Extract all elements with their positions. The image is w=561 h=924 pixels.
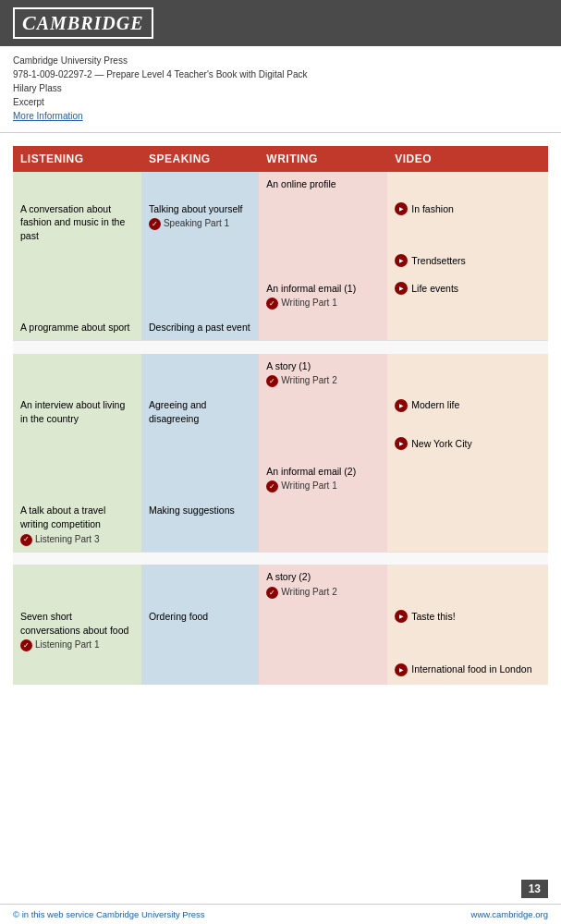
listen-cell: [13, 657, 141, 685]
video-cell: In fashion: [387, 197, 548, 249]
doc-type: Excerpt: [13, 95, 548, 109]
video-cell: [387, 498, 548, 552]
listen-cell: [13, 459, 141, 499]
check-icon: [266, 480, 278, 492]
speak-cell: [141, 459, 259, 499]
check-icon: [266, 375, 278, 387]
speak-cell: Ordering food: [141, 604, 259, 657]
listen-cell: [13, 172, 141, 197]
author: Hilary Plass: [13, 81, 548, 95]
write-cell: An online profile: [259, 172, 387, 197]
video-cell: Taste this!: [387, 604, 548, 657]
write-cell: An informal email (1) Writing Part 1: [259, 276, 387, 316]
play-icon: [395, 663, 408, 676]
header-divider: [0, 132, 561, 133]
listen-cell: [13, 354, 141, 394]
listening-part-label: Listening Part 1: [20, 638, 134, 651]
header: CAMBRIDGE Cambridge University Press 978…: [0, 0, 561, 133]
cambridge-logo: CAMBRIDGE: [13, 7, 153, 39]
table-row: A story (2) Writing Part 2: [13, 565, 548, 604]
video-cell: [387, 172, 548, 197]
table-row: International food in London: [13, 657, 548, 685]
speak-cell: Agreeing and disagreeing: [141, 393, 259, 431]
footer: © in this web service Cambridge Universi…: [0, 904, 561, 924]
video-cell: Trendsetters: [387, 249, 548, 276]
speak-cell: Making suggestions: [141, 498, 259, 552]
section-separator: [13, 341, 548, 354]
table-row: New York City: [13, 432, 548, 459]
content-table: LISTENING SPEAKING WRITING VIDEO An onli…: [13, 146, 548, 685]
content-table-container: LISTENING SPEAKING WRITING VIDEO An onli…: [0, 139, 561, 692]
isbn: 978-1-009-02297-2 — Prepare Level 4 Teac…: [13, 67, 548, 81]
listen-cell: A programme about sport: [13, 315, 141, 340]
listen-cell: An interview about living in the country: [13, 393, 141, 431]
write-cell: [259, 498, 387, 552]
table-header-row: LISTENING SPEAKING WRITING VIDEO: [13, 146, 548, 172]
table-row: An informal email (1) Writing Part 1 Lif…: [13, 276, 548, 316]
listening-part-label: Listening Part 3: [20, 533, 134, 546]
listen-cell: [13, 276, 141, 316]
video-badge: In fashion: [395, 202, 454, 216]
video-badge: New York City: [395, 437, 471, 451]
listen-cell: A conversation about fashion and music i…: [13, 197, 141, 249]
table-row: An interview about living in the country…: [13, 393, 548, 431]
more-info-link[interactable]: More Information: [13, 111, 83, 121]
listen-cell: A talk about a travel writing competitio…: [13, 498, 141, 552]
writing-part-label: Writing Part 1: [266, 297, 380, 310]
video-badge: Life events: [395, 282, 458, 296]
check-icon: [149, 218, 161, 230]
table-row: A programme about sport Describing a pas…: [13, 315, 548, 340]
video-badge: Modern life: [395, 398, 459, 412]
table-row: An informal email (2) Writing Part 1: [13, 459, 548, 499]
col-header-video: VIDEO: [387, 146, 548, 172]
check-icon: [266, 587, 278, 599]
meta-info: Cambridge University Press 978-1-009-022…: [0, 46, 561, 127]
logo-bar: CAMBRIDGE: [0, 0, 561, 46]
write-cell: [259, 657, 387, 685]
video-cell: [387, 565, 548, 604]
listen-cell: [13, 565, 141, 604]
speak-cell: [141, 249, 259, 276]
video-cell: Life events: [387, 276, 548, 316]
speak-cell: [141, 657, 259, 685]
table-row: A talk about a travel writing competitio…: [13, 498, 548, 552]
video-cell: International food in London: [387, 657, 548, 685]
speak-cell: [141, 565, 259, 604]
table-row: A story (1) Writing Part 2: [13, 354, 548, 394]
write-cell: An informal email (2) Writing Part 1: [259, 459, 387, 499]
table-row: Trendsetters: [13, 249, 548, 276]
speak-cell: Describing a past event: [141, 315, 259, 340]
video-badge: International food in London: [395, 663, 531, 676]
write-cell: [259, 197, 387, 249]
video-cell: [387, 354, 548, 394]
table-row: A conversation about fashion and music i…: [13, 197, 548, 249]
table-row: Seven short conversations about food Lis…: [13, 604, 548, 657]
video-badge: Taste this!: [395, 610, 455, 624]
play-icon: [395, 282, 408, 295]
publisher: Cambridge University Press: [13, 54, 548, 67]
video-badge: Trendsetters: [395, 254, 466, 268]
video-cell: Modern life: [387, 393, 548, 431]
play-icon: [395, 202, 408, 215]
speak-cell: Talking about yourself Speaking Part 1: [141, 197, 259, 249]
speaking-part-label: Speaking Part 1: [149, 217, 251, 230]
footer-left-link[interactable]: © in this web service Cambridge Universi…: [13, 909, 205, 919]
video-cell: [387, 459, 548, 499]
col-header-writing: WRITING: [259, 146, 387, 172]
play-icon: [395, 254, 408, 267]
check-icon: [20, 639, 32, 651]
speak-cell: [141, 276, 259, 316]
check-icon: [20, 534, 32, 546]
speak-cell: [141, 172, 259, 197]
speak-cell: [141, 432, 259, 459]
video-cell: New York City: [387, 432, 548, 459]
section-separator: [13, 552, 548, 565]
page-number: 13: [521, 880, 548, 898]
writing-part-label: Writing Part 2: [266, 374, 380, 387]
table-row: An online profile: [13, 172, 548, 197]
check-icon: [266, 298, 278, 310]
footer-right-link[interactable]: www.cambridge.org: [471, 909, 548, 919]
listen-cell: [13, 432, 141, 459]
write-cell: A story (2) Writing Part 2: [259, 565, 387, 604]
speak-cell: [141, 354, 259, 394]
